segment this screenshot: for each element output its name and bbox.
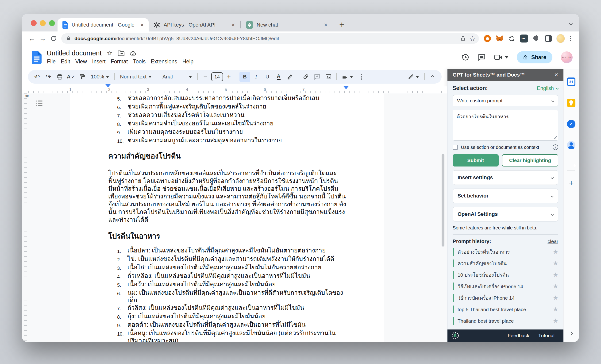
forward-button[interactable]: → — [37, 34, 48, 42]
cloud-saved-icon[interactable] — [130, 51, 137, 56]
openai-settings-panel[interactable]: OpenAI Settings — [453, 207, 558, 222]
favorite-star-icon[interactable]: ★ — [553, 317, 558, 324]
fullscreen-window-button[interactable] — [49, 20, 55, 26]
tutorial-link[interactable]: Tutorial — [538, 333, 554, 338]
horizontal-ruler[interactable]: 1234567 — [22, 86, 447, 93]
browser-menu-icon[interactable] — [569, 36, 573, 41]
redo-button[interactable]: ↷ — [43, 72, 54, 82]
tab-close-icon[interactable]: × — [323, 22, 329, 28]
favorite-star-icon[interactable]: ★ — [553, 306, 558, 313]
italic-button[interactable]: I — [251, 72, 261, 82]
share-button[interactable]: Share — [517, 51, 552, 63]
print-button[interactable] — [54, 72, 65, 82]
paragraph-style-select[interactable]: Normal text — [117, 72, 154, 82]
underline-button[interactable]: U — [262, 72, 273, 82]
favorite-star-icon[interactable]: ★ — [553, 271, 558, 279]
favorite-star-icon[interactable]: ★ — [553, 248, 558, 255]
menu-item[interactable]: Tools — [130, 58, 148, 65]
undo-button[interactable]: ↶ — [32, 72, 42, 82]
tab-search-chevron-icon[interactable] — [570, 22, 572, 26]
back-button[interactable]: ← — [27, 34, 37, 42]
reload-button[interactable] — [48, 35, 59, 42]
account-avatar[interactable]: SAKURA — [561, 51, 573, 63]
bookmark-star-icon[interactable]: ☆ — [469, 34, 476, 43]
password-manager-icon[interactable]: •••| — [520, 34, 528, 43]
history-item[interactable]: วิธีเปิดและปิดเครื่อง iPhone 14 ★ — [453, 282, 558, 291]
history-item[interactable]: ความสำคัญของโปรตีน ★ — [453, 259, 558, 267]
decrease-font-size-button[interactable]: − — [200, 72, 211, 82]
spell-check-button[interactable]: A✓ — [66, 72, 76, 82]
align-button[interactable] — [339, 72, 356, 82]
close-window-button[interactable] — [31, 20, 37, 26]
document-outline-button[interactable] — [36, 100, 43, 106]
history-item[interactable]: ตัวอย่างโปรตีนในอาหาร ★ — [453, 248, 558, 256]
side-panel-icon[interactable] — [544, 34, 553, 43]
left-indent-marker[interactable] — [105, 87, 110, 91]
font-size-input[interactable]: 14 — [211, 72, 223, 81]
version-history-icon[interactable] — [461, 53, 469, 61]
menu-item[interactable]: Insert — [90, 58, 108, 65]
paint-format-button[interactable] — [77, 72, 88, 82]
set-behavior-panel[interactable]: Set behavior — [453, 189, 558, 203]
menu-item[interactable]: File — [44, 58, 58, 65]
zoom-select[interactable]: 100% — [88, 72, 112, 82]
history-item[interactable]: วิธีการปิดเครื่อง iPhone 14 ★ — [453, 294, 558, 302]
new-tab-button[interactable]: + — [339, 21, 344, 28]
resize-grip-icon[interactable] — [553, 136, 557, 139]
google-tasks-icon[interactable]: ✓ — [567, 120, 575, 128]
bold-button[interactable]: B — [240, 72, 250, 82]
share-page-button[interactable] — [460, 35, 466, 41]
google-docs-logo[interactable] — [32, 51, 41, 64]
tab-google-docs[interactable]: Untitled document - Google Do × — [58, 18, 149, 31]
menu-item[interactable]: View — [73, 58, 90, 65]
clear-highlighting-button[interactable]: Clear highlighting — [502, 154, 558, 166]
recycle-extension-icon[interactable] — [508, 34, 516, 43]
menu-item[interactable]: Extensions — [148, 58, 180, 65]
history-item[interactable]: 10 ประโยชน์ของโปรตีน ★ — [453, 271, 558, 279]
document-page[interactable]: 5.ช่วยลดอาการอักเสบและบรรเทาอาการปวดเมื่… — [70, 93, 384, 342]
font-select[interactable]: Arial — [160, 72, 195, 82]
insert-link-button[interactable] — [300, 72, 311, 82]
history-item[interactable]: top 5 Thailand best travel place ★ — [453, 305, 558, 313]
sidebar-close-icon[interactable]: × — [554, 72, 558, 78]
menu-item[interactable]: Help — [180, 58, 196, 65]
prompt-textarea[interactable]: ตัวอย่างโปรตีนในอาหาร — [453, 110, 558, 141]
favorite-star-icon[interactable]: ★ — [553, 294, 558, 302]
favorite-star-icon[interactable]: ★ — [553, 283, 558, 290]
address-bar[interactable]: docs.google.com/document/d/10oIBTpbVg5_8… — [61, 33, 479, 44]
clear-history-link[interactable]: clear — [548, 239, 558, 244]
insert-settings-panel[interactable]: Insert settings — [453, 170, 558, 185]
google-calendar-icon[interactable]: 31 — [567, 78, 575, 86]
google-keep-icon[interactable] — [567, 99, 575, 107]
move-to-folder-icon[interactable] — [118, 51, 124, 56]
add-addon-button[interactable]: + — [569, 179, 574, 186]
profile-avatar[interactable] — [556, 34, 565, 43]
add-comment-button[interactable] — [312, 72, 322, 82]
extensions-puzzle-icon[interactable] — [532, 34, 541, 43]
insert-image-button[interactable] — [323, 72, 334, 82]
language-selector[interactable]: English — [537, 85, 558, 91]
extension-orange-icon[interactable] — [483, 34, 491, 43]
more-options-button[interactable] — [356, 72, 367, 82]
tab-openai-api[interactable]: API keys - OpenAI API × — [149, 18, 240, 31]
history-item[interactable]: Thailand best travel place ★ — [453, 317, 558, 325]
action-select[interactable]: Write custom prompt — [453, 95, 558, 106]
increase-font-size-button[interactable]: + — [223, 72, 234, 82]
info-icon[interactable]: i — [553, 144, 558, 150]
star-document-icon[interactable]: ☆ — [107, 49, 113, 57]
favorite-star-icon[interactable]: ★ — [553, 260, 558, 267]
metamask-fox-icon[interactable] — [495, 34, 504, 43]
right-indent-marker[interactable] — [343, 89, 349, 93]
document-title[interactable]: Untitled document — [47, 49, 102, 57]
hide-menus-button[interactable] — [427, 72, 438, 82]
collapse-sidebar-chevron[interactable] — [570, 331, 573, 336]
tab-chatgpt[interactable]: New chat × — [241, 18, 332, 31]
tab-close-icon[interactable]: × — [140, 22, 145, 28]
menu-item[interactable]: Edit — [58, 58, 73, 65]
menu-item[interactable]: Format — [108, 58, 130, 65]
minimize-window-button[interactable] — [40, 20, 46, 26]
editing-mode-button[interactable] — [405, 72, 422, 82]
text-color-button[interactable]: A — [273, 72, 284, 82]
document-scrollbar[interactable] — [441, 154, 444, 247]
comments-icon[interactable] — [478, 53, 486, 61]
